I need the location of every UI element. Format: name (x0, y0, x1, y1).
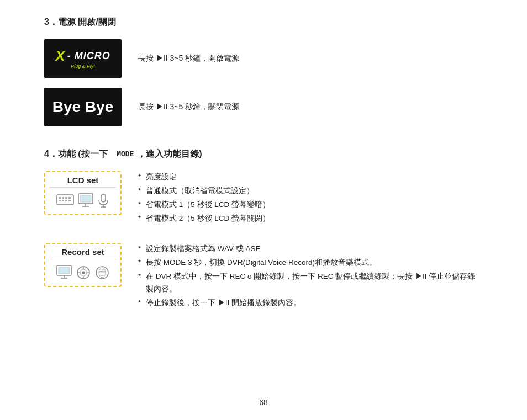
svg-rect-4 (68, 197, 71, 199)
byebye-text: Bye Bye (52, 98, 114, 116)
record-set-box: Record set (44, 243, 122, 287)
monitor-icon-2 (56, 265, 72, 280)
record-set-bullets: 設定錄製檔案格式為 WAV 或 ASF 長按 MODE 3 秒，切換 DVR(D… (138, 243, 483, 311)
record-bullet-3: 在 DVR 模式中，按一下 REC o 開始錄製，按一下 REC 暫停或繼續錄製… (138, 270, 483, 296)
monitor-icon (77, 193, 94, 209)
speaker-mic-icon (76, 265, 91, 280)
svg-rect-13 (101, 194, 106, 202)
svg-rect-8 (68, 200, 71, 201)
record-bullet-1: 設定錄製檔案格式為 WAV 或 ASF (138, 243, 483, 256)
record-bullet-4: 停止錄製後，按一下 ▶II 開始播放錄製內容。 (138, 297, 483, 310)
power-off-item: Bye Bye 長按 ▶II 3~5 秒鐘，關閉電源 (44, 88, 483, 126)
lcd-bullet-3: 省電模式 1（5 秒後 LCD 螢幕變暗） (138, 199, 270, 211)
svg-rect-6 (62, 200, 64, 201)
keyboard-icon (56, 194, 74, 208)
page-number: 68 (0, 398, 527, 407)
svg-rect-5 (59, 200, 61, 201)
microphone-icon (97, 193, 109, 209)
section4: 4．功能 (按一下 MODE，進入功能目錄) LCD set (44, 148, 483, 310)
plug-fly-text: Plug & Fly! (71, 64, 95, 69)
record-icon (94, 265, 110, 280)
lcd-set-box: LCD set (44, 171, 122, 215)
section3: 3．電源 開啟/關閉 X - MICRO Plug & Fly! 長按 ▶II … (44, 17, 483, 126)
lcd-bullet-2: 普通模式（取消省電模式設定） (138, 185, 270, 198)
section4-title: 4．功能 (按一下 MODE，進入功能目錄) (44, 148, 483, 160)
record-set-icons (50, 263, 116, 283)
xmicro-logo-box: X - MICRO Plug & Fly! (44, 39, 122, 78)
mode-keyword: MODE (117, 150, 134, 158)
svg-rect-7 (65, 200, 67, 201)
lcd-set-icons (50, 191, 116, 211)
page: 3．電源 開啟/關閉 X - MICRO Plug & Fly! 長按 ▶II … (0, 0, 527, 420)
lcd-bullet-4: 省電模式 2（5 秒後 LCD 螢幕關閉） (138, 212, 270, 225)
xmicro-logo: X - MICRO Plug & Fly! (55, 49, 110, 69)
power-off-desc: 長按 ▶II 3~5 秒鐘，關閉電源 (138, 102, 239, 112)
record-bullet-2: 長按 MODE 3 秒，切換 DVR(Digital Voice Record)… (138, 257, 483, 269)
lcd-set-label: LCD set (50, 176, 116, 188)
power-on-item: X - MICRO Plug & Fly! 長按 ▶II 3~5 秒鐘，開啟電源 (44, 39, 483, 78)
svg-point-22 (82, 271, 85, 274)
micro-text: - MICRO (67, 51, 110, 61)
svg-rect-1 (59, 197, 61, 199)
byebye-logo-box: Bye Bye (44, 88, 122, 126)
svg-rect-19 (59, 267, 70, 274)
section3-title: 3．電源 開啟/關閉 (44, 17, 483, 28)
lcd-set-bullets: 亮度設定 普通模式（取消省電模式設定） 省電模式 1（5 秒後 LCD 螢幕變暗… (138, 171, 270, 226)
svg-rect-12 (80, 195, 91, 202)
lcd-bullet-1: 亮度設定 (138, 171, 270, 184)
svg-rect-3 (65, 197, 67, 199)
power-on-desc: 長按 ▶II 3~5 秒鐘，開啟電源 (138, 54, 239, 63)
svg-rect-2 (62, 197, 64, 199)
lcd-set-row: LCD set (44, 171, 483, 226)
record-set-label: Record set (50, 247, 116, 259)
record-set-row: Record set (44, 243, 483, 311)
x-letter: X (55, 49, 65, 63)
